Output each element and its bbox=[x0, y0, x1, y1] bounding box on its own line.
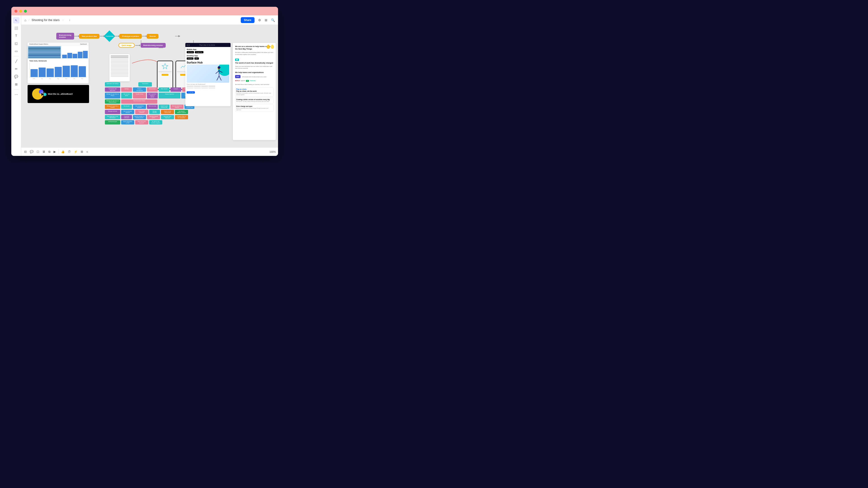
doc-line bbox=[111, 64, 128, 64]
fm-cell: Estimate future expenses bbox=[161, 115, 174, 119]
bt-comment-icon[interactable]: 💬 bbox=[29, 149, 34, 154]
mp-body-work: Teams are more distributed than ever bef… bbox=[235, 66, 274, 69]
bt-present-icon[interactable]: ▶ bbox=[53, 149, 57, 154]
stat-label: Sep bbox=[63, 78, 70, 79]
home-button[interactable]: ⌂ bbox=[24, 18, 26, 22]
sh-desktop-title: Desktop App bbox=[187, 55, 229, 57]
stat-chart-bars bbox=[29, 63, 87, 77]
svg-point-9 bbox=[218, 66, 220, 69]
fm-cell: Customize notification bbox=[121, 115, 132, 119]
search-icon[interactable]: 🔍 bbox=[271, 18, 275, 22]
fc-node-brainstorming[interactable]: Brainstormingsession bbox=[56, 33, 74, 39]
filter-icon[interactable]: ⚙ bbox=[258, 18, 261, 22]
dashboard-title: RealtimeBoard Support Metrics bbox=[29, 43, 48, 45]
text-tool[interactable]: T bbox=[13, 33, 20, 39]
bt-frames-icon[interactable]: ⊟ bbox=[24, 149, 27, 154]
bt-collapse-icon[interactable]: « bbox=[86, 149, 89, 154]
grid-icon[interactable]: ⊞ bbox=[265, 18, 268, 22]
canvas-content: Brainstormingsession New product idea Pr… bbox=[21, 25, 278, 147]
shape-tool[interactable]: ▭ bbox=[13, 48, 20, 54]
sh-figure-svg bbox=[212, 66, 226, 83]
sticky-tool[interactable]: ◱ bbox=[13, 40, 20, 46]
sh-desktop-buttons: Windows Mac bbox=[187, 57, 229, 60]
balloon-light-yellow bbox=[271, 45, 274, 49]
canvas-area[interactable]: Brainstormingsession New product idea Pr… bbox=[21, 25, 278, 147]
document-card bbox=[110, 54, 130, 81]
pen-tool[interactable]: ✏ bbox=[13, 66, 20, 72]
mp-section-values: We follow these values building our busi… bbox=[235, 84, 274, 112]
app-window: ↖ ⬜ T ◱ ▭ ╱ ✏ 💬 ⊞ ⋯ ⌂ / Shooting for the… bbox=[11, 7, 278, 156]
video-card[interactable]: ▶ Meet the ne...altimeBoard bbox=[28, 85, 89, 103]
frame-tool[interactable]: ⬜ bbox=[13, 25, 20, 31]
table-row bbox=[28, 51, 61, 52]
cursor-tool[interactable]: ↖ bbox=[13, 17, 20, 24]
phone-star-icon bbox=[162, 63, 168, 70]
fm-cell: First application in the Marketplace bbox=[105, 115, 120, 119]
balloon-yellow bbox=[267, 45, 270, 49]
fc-quick-design[interactable]: Quick design bbox=[119, 43, 135, 48]
sh-cta-area: Try for free bbox=[187, 90, 229, 94]
fc-node-review[interactable]: Review bbox=[147, 34, 158, 39]
bt-grid-icon[interactable]: ⊞ bbox=[80, 149, 84, 154]
phone-line bbox=[158, 71, 172, 72]
top-bar: ⌂ / Shooting for the stars ☆ ↑ Share ⚙ ⊞… bbox=[21, 15, 278, 25]
video-play-button[interactable]: ▶ bbox=[40, 91, 45, 97]
line-tool[interactable]: ╱ bbox=[13, 58, 20, 64]
phone-button[interactable] bbox=[162, 74, 168, 76]
bt-mirror-icon[interactable]: ⧉ bbox=[48, 149, 51, 154]
fc-node-prototyping[interactable]: Prototyping bbox=[104, 31, 114, 41]
sh-table-cell bbox=[194, 87, 201, 88]
share-icon[interactable]: ↑ bbox=[66, 17, 73, 23]
bt-vote-icon[interactable]: 👍 bbox=[60, 149, 65, 154]
traffic-light-minimize[interactable] bbox=[19, 10, 22, 13]
fc-node-brainstorming2[interactable]: Brainstorming session bbox=[141, 43, 166, 48]
logo-grammarly: Grammarly bbox=[250, 80, 256, 82]
bt-timer-icon[interactable]: ⏱ bbox=[67, 149, 71, 154]
stat-bar bbox=[46, 68, 54, 77]
flowchart-row2: Quick design Brainstorming session bbox=[119, 43, 166, 48]
fc-node-new-product[interactable]: New product idea bbox=[79, 34, 100, 39]
bottom-toolbar: ⊟ 💬 ⬡ 🖥 ⧉ ▶ 👍 ⏱ ⚡ ⊞ « 100% bbox=[21, 147, 278, 156]
bt-shape-icon[interactable]: ⬡ bbox=[36, 149, 40, 154]
left-toolbar: ↖ ⬜ T ◱ ▭ ╱ ✏ 💬 ⊞ ⋯ bbox=[11, 15, 21, 156]
stat-label: Aug bbox=[55, 78, 62, 79]
mp-section-work: 📊 The world of work has dramatically cha… bbox=[235, 57, 274, 69]
stat-label: July bbox=[38, 78, 46, 79]
fm-cell: Analyse expenses bbox=[159, 93, 180, 98]
fm-cell: Compare offers of the competitors bbox=[175, 115, 188, 119]
crop-tool[interactable]: ⊞ bbox=[13, 81, 20, 88]
bt-integration-icon[interactable]: ⚡ bbox=[73, 149, 78, 154]
share-button[interactable]: Share bbox=[241, 17, 254, 23]
sh-illustration bbox=[187, 65, 229, 83]
doc-line bbox=[111, 56, 128, 56]
dashboard-subtitle: Dashboard bbox=[80, 43, 87, 45]
fm-cell: Manage the app from a Desktop bbox=[105, 105, 120, 109]
fm-data-row: First application in the Marketplace Cus… bbox=[105, 115, 200, 119]
sh-app-store-btn[interactable]: App Store bbox=[187, 51, 194, 53]
fc-node-prototype-evolution[interactable]: Prototype evolution bbox=[119, 34, 142, 39]
fm-cell: See loan payments analysis bbox=[170, 105, 184, 109]
sh-windows-btn[interactable]: Windows bbox=[187, 57, 193, 60]
sh-mac-btn[interactable]: Mac bbox=[194, 57, 199, 60]
mp-value-card-2: Creating a better version of ourselves e… bbox=[235, 98, 274, 103]
sh-cta-button[interactable]: Try for free bbox=[187, 91, 195, 94]
doc-line bbox=[111, 76, 128, 76]
toolbar-divider-1 bbox=[13, 56, 19, 56]
title-bar bbox=[11, 7, 278, 15]
doc-line bbox=[111, 74, 128, 75]
balloon-decorations bbox=[267, 45, 274, 49]
traffic-light-maximize[interactable] bbox=[24, 10, 27, 13]
mp-value-title-1: Play as a team, bbox=[236, 88, 272, 90]
fm-data-row: Manage accounts Set up automatic payment… bbox=[105, 110, 200, 114]
fm-cell: Analytics bbox=[170, 88, 181, 92]
sh-google-play-btn[interactable]: Google Play bbox=[195, 51, 203, 53]
comment-tool[interactable]: 💬 bbox=[13, 73, 20, 80]
favorite-star[interactable]: ☆ bbox=[62, 19, 64, 22]
traffic-light-close[interactable] bbox=[14, 10, 18, 13]
more-tools[interactable]: ⋯ bbox=[13, 91, 20, 98]
bt-screen-icon[interactable]: 🖥 bbox=[41, 149, 46, 154]
table-row bbox=[28, 46, 61, 48]
table-row bbox=[28, 53, 61, 55]
svg-line-12 bbox=[219, 71, 222, 72]
sh-table-row bbox=[187, 87, 229, 88]
